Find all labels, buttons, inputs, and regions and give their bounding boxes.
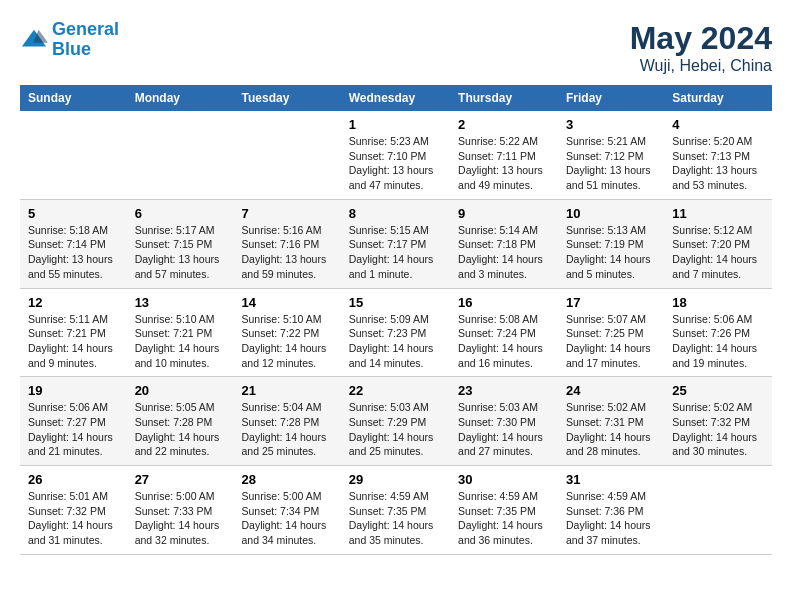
day-info: Sunrise: 5:05 AM Sunset: 7:28 PM Dayligh… bbox=[135, 400, 226, 459]
calendar-cell bbox=[234, 111, 341, 199]
day-info: Sunrise: 5:08 AM Sunset: 7:24 PM Dayligh… bbox=[458, 312, 550, 371]
week-row-3: 12Sunrise: 5:11 AM Sunset: 7:21 PM Dayli… bbox=[20, 288, 772, 377]
calendar-cell: 29Sunrise: 4:59 AM Sunset: 7:35 PM Dayli… bbox=[341, 466, 450, 555]
calendar-cell: 17Sunrise: 5:07 AM Sunset: 7:25 PM Dayli… bbox=[558, 288, 664, 377]
day-number: 22 bbox=[349, 383, 442, 398]
day-info: Sunrise: 5:16 AM Sunset: 7:16 PM Dayligh… bbox=[242, 223, 333, 282]
calendar-cell: 26Sunrise: 5:01 AM Sunset: 7:32 PM Dayli… bbox=[20, 466, 127, 555]
day-number: 20 bbox=[135, 383, 226, 398]
day-number: 25 bbox=[672, 383, 764, 398]
day-info: Sunrise: 5:20 AM Sunset: 7:13 PM Dayligh… bbox=[672, 134, 764, 193]
month-title: May 2024 bbox=[630, 20, 772, 57]
day-number: 14 bbox=[242, 295, 333, 310]
week-row-4: 19Sunrise: 5:06 AM Sunset: 7:27 PM Dayli… bbox=[20, 377, 772, 466]
logo: General Blue bbox=[20, 20, 119, 60]
calendar-cell: 5Sunrise: 5:18 AM Sunset: 7:14 PM Daylig… bbox=[20, 199, 127, 288]
day-info: Sunrise: 5:22 AM Sunset: 7:11 PM Dayligh… bbox=[458, 134, 550, 193]
day-number: 1 bbox=[349, 117, 442, 132]
day-info: Sunrise: 5:02 AM Sunset: 7:31 PM Dayligh… bbox=[566, 400, 656, 459]
day-number: 9 bbox=[458, 206, 550, 221]
day-number: 26 bbox=[28, 472, 119, 487]
day-number: 7 bbox=[242, 206, 333, 221]
day-info: Sunrise: 5:14 AM Sunset: 7:18 PM Dayligh… bbox=[458, 223, 550, 282]
title-block: May 2024 Wuji, Hebei, China bbox=[630, 20, 772, 75]
day-info: Sunrise: 5:00 AM Sunset: 7:34 PM Dayligh… bbox=[242, 489, 333, 548]
day-info: Sunrise: 5:10 AM Sunset: 7:21 PM Dayligh… bbox=[135, 312, 226, 371]
logo-text: General Blue bbox=[52, 20, 119, 60]
day-info: Sunrise: 5:03 AM Sunset: 7:30 PM Dayligh… bbox=[458, 400, 550, 459]
day-info: Sunrise: 5:17 AM Sunset: 7:15 PM Dayligh… bbox=[135, 223, 226, 282]
day-info: Sunrise: 5:09 AM Sunset: 7:23 PM Dayligh… bbox=[349, 312, 442, 371]
calendar-cell: 23Sunrise: 5:03 AM Sunset: 7:30 PM Dayli… bbox=[450, 377, 558, 466]
day-number: 23 bbox=[458, 383, 550, 398]
calendar-cell bbox=[20, 111, 127, 199]
week-row-5: 26Sunrise: 5:01 AM Sunset: 7:32 PM Dayli… bbox=[20, 466, 772, 555]
day-number: 11 bbox=[672, 206, 764, 221]
calendar-cell: 22Sunrise: 5:03 AM Sunset: 7:29 PM Dayli… bbox=[341, 377, 450, 466]
day-info: Sunrise: 5:03 AM Sunset: 7:29 PM Dayligh… bbox=[349, 400, 442, 459]
day-number: 18 bbox=[672, 295, 764, 310]
calendar-cell: 14Sunrise: 5:10 AM Sunset: 7:22 PM Dayli… bbox=[234, 288, 341, 377]
day-number: 6 bbox=[135, 206, 226, 221]
day-number: 3 bbox=[566, 117, 656, 132]
day-info: Sunrise: 5:04 AM Sunset: 7:28 PM Dayligh… bbox=[242, 400, 333, 459]
day-info: Sunrise: 5:18 AM Sunset: 7:14 PM Dayligh… bbox=[28, 223, 119, 282]
calendar-cell bbox=[127, 111, 234, 199]
day-info: Sunrise: 5:06 AM Sunset: 7:26 PM Dayligh… bbox=[672, 312, 764, 371]
day-info: Sunrise: 5:23 AM Sunset: 7:10 PM Dayligh… bbox=[349, 134, 442, 193]
day-number: 16 bbox=[458, 295, 550, 310]
calendar-cell: 7Sunrise: 5:16 AM Sunset: 7:16 PM Daylig… bbox=[234, 199, 341, 288]
calendar-cell: 20Sunrise: 5:05 AM Sunset: 7:28 PM Dayli… bbox=[127, 377, 234, 466]
day-number: 24 bbox=[566, 383, 656, 398]
calendar-cell: 10Sunrise: 5:13 AM Sunset: 7:19 PM Dayli… bbox=[558, 199, 664, 288]
calendar-cell: 8Sunrise: 5:15 AM Sunset: 7:17 PM Daylig… bbox=[341, 199, 450, 288]
day-info: Sunrise: 5:06 AM Sunset: 7:27 PM Dayligh… bbox=[28, 400, 119, 459]
header-saturday: Saturday bbox=[664, 85, 772, 111]
calendar-cell: 24Sunrise: 5:02 AM Sunset: 7:31 PM Dayli… bbox=[558, 377, 664, 466]
calendar-header-row: SundayMondayTuesdayWednesdayThursdayFrid… bbox=[20, 85, 772, 111]
day-number: 8 bbox=[349, 206, 442, 221]
calendar-cell: 27Sunrise: 5:00 AM Sunset: 7:33 PM Dayli… bbox=[127, 466, 234, 555]
calendar-cell: 15Sunrise: 5:09 AM Sunset: 7:23 PM Dayli… bbox=[341, 288, 450, 377]
location: Wuji, Hebei, China bbox=[630, 57, 772, 75]
day-number: 12 bbox=[28, 295, 119, 310]
calendar-cell: 9Sunrise: 5:14 AM Sunset: 7:18 PM Daylig… bbox=[450, 199, 558, 288]
calendar-cell: 2Sunrise: 5:22 AM Sunset: 7:11 PM Daylig… bbox=[450, 111, 558, 199]
day-info: Sunrise: 4:59 AM Sunset: 7:35 PM Dayligh… bbox=[349, 489, 442, 548]
day-number: 15 bbox=[349, 295, 442, 310]
calendar-cell: 11Sunrise: 5:12 AM Sunset: 7:20 PM Dayli… bbox=[664, 199, 772, 288]
day-info: Sunrise: 5:21 AM Sunset: 7:12 PM Dayligh… bbox=[566, 134, 656, 193]
calendar-cell: 25Sunrise: 5:02 AM Sunset: 7:32 PM Dayli… bbox=[664, 377, 772, 466]
header-wednesday: Wednesday bbox=[341, 85, 450, 111]
day-number: 4 bbox=[672, 117, 764, 132]
calendar-cell: 16Sunrise: 5:08 AM Sunset: 7:24 PM Dayli… bbox=[450, 288, 558, 377]
header-tuesday: Tuesday bbox=[234, 85, 341, 111]
day-number: 21 bbox=[242, 383, 333, 398]
calendar-cell: 3Sunrise: 5:21 AM Sunset: 7:12 PM Daylig… bbox=[558, 111, 664, 199]
day-info: Sunrise: 5:15 AM Sunset: 7:17 PM Dayligh… bbox=[349, 223, 442, 282]
calendar-table: SundayMondayTuesdayWednesdayThursdayFrid… bbox=[20, 85, 772, 555]
calendar-cell: 31Sunrise: 4:59 AM Sunset: 7:36 PM Dayli… bbox=[558, 466, 664, 555]
day-number: 13 bbox=[135, 295, 226, 310]
calendar-cell: 4Sunrise: 5:20 AM Sunset: 7:13 PM Daylig… bbox=[664, 111, 772, 199]
day-number: 2 bbox=[458, 117, 550, 132]
calendar-cell: 12Sunrise: 5:11 AM Sunset: 7:21 PM Dayli… bbox=[20, 288, 127, 377]
day-number: 31 bbox=[566, 472, 656, 487]
calendar-cell: 19Sunrise: 5:06 AM Sunset: 7:27 PM Dayli… bbox=[20, 377, 127, 466]
day-info: Sunrise: 5:10 AM Sunset: 7:22 PM Dayligh… bbox=[242, 312, 333, 371]
day-info: Sunrise: 5:02 AM Sunset: 7:32 PM Dayligh… bbox=[672, 400, 764, 459]
calendar-cell: 28Sunrise: 5:00 AM Sunset: 7:34 PM Dayli… bbox=[234, 466, 341, 555]
day-number: 5 bbox=[28, 206, 119, 221]
calendar-cell bbox=[664, 466, 772, 555]
day-number: 27 bbox=[135, 472, 226, 487]
day-number: 28 bbox=[242, 472, 333, 487]
day-info: Sunrise: 4:59 AM Sunset: 7:36 PM Dayligh… bbox=[566, 489, 656, 548]
week-row-2: 5Sunrise: 5:18 AM Sunset: 7:14 PM Daylig… bbox=[20, 199, 772, 288]
logo-icon bbox=[20, 26, 48, 54]
day-number: 29 bbox=[349, 472, 442, 487]
calendar-cell: 18Sunrise: 5:06 AM Sunset: 7:26 PM Dayli… bbox=[664, 288, 772, 377]
day-info: Sunrise: 5:00 AM Sunset: 7:33 PM Dayligh… bbox=[135, 489, 226, 548]
calendar-cell: 6Sunrise: 5:17 AM Sunset: 7:15 PM Daylig… bbox=[127, 199, 234, 288]
header-thursday: Thursday bbox=[450, 85, 558, 111]
day-info: Sunrise: 5:12 AM Sunset: 7:20 PM Dayligh… bbox=[672, 223, 764, 282]
